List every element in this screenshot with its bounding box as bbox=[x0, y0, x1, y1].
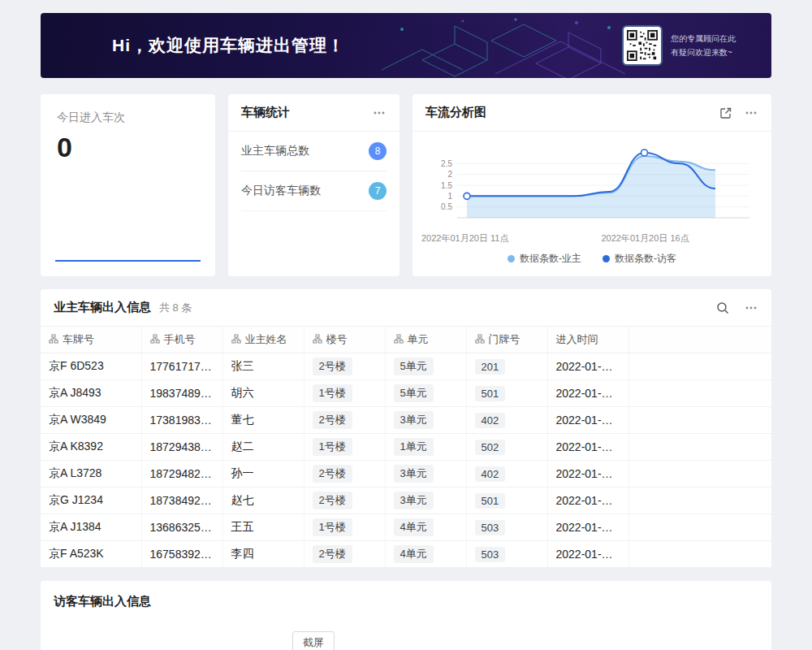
table-cell: 孙一 bbox=[222, 461, 304, 488]
table-cell: 4单元 bbox=[385, 541, 466, 568]
stat-row-owner-total: 业主车辆总数 8 bbox=[241, 132, 387, 171]
traffic-chart-title: 车流分析图 bbox=[425, 105, 486, 120]
table-row[interactable]: 京A K839218729438…赵二1号楼1单元5022022-01-… bbox=[41, 434, 771, 461]
visitor-table-title: 访客车辆出入信息 bbox=[54, 594, 758, 609]
table-cell: 5单元 bbox=[385, 353, 466, 380]
owner-table-header-row: 车牌号手机号业主姓名楼号单元门牌号进入时间 bbox=[41, 327, 771, 353]
traffic-chart-header: 车流分析图 bbox=[412, 94, 771, 132]
owner-table-body: 京F 6D52317761717…张三2号楼5单元2012022-01-…京A … bbox=[41, 353, 771, 568]
cell-tag: 2号楼 bbox=[313, 465, 352, 483]
screenshot-button[interactable]: 截屏 bbox=[292, 631, 335, 650]
stat-label-visitor-today: 今日访客车辆数 bbox=[241, 184, 321, 198]
table-cell: 赵七 bbox=[222, 488, 304, 514]
cell-tag: 5单元 bbox=[394, 384, 434, 402]
table-cell: 1号楼 bbox=[304, 380, 385, 407]
legend-item[interactable]: 数据条数-访客 bbox=[603, 252, 676, 266]
x-axis-label: 2022年01月20日 16点 bbox=[601, 232, 689, 245]
filler-cell bbox=[628, 380, 771, 407]
table-row[interactable]: 京A W384917381983…董七2号楼3单元4022022-01-… bbox=[41, 407, 771, 434]
table-cell: 赵二 bbox=[222, 434, 304, 461]
filler-column bbox=[628, 327, 771, 353]
banner-title: Hi，欢迎使用车辆进出管理！ bbox=[112, 34, 345, 57]
table-cell: 503 bbox=[466, 541, 547, 568]
qr-caption-line1: 您的专属顾问在此 bbox=[671, 32, 736, 46]
owner-table-title: 业主车辆出入信息 bbox=[54, 300, 151, 315]
table-cell: 京A J8493 bbox=[41, 380, 141, 407]
data-point-marker bbox=[641, 150, 648, 156]
today-entries-title: 今日进入车次 bbox=[57, 110, 199, 125]
table-cell: 402 bbox=[466, 461, 547, 488]
table-cell: 19837489… bbox=[141, 380, 222, 407]
traffic-chart-card: 车流分析图 0.511.522.5 2022年01月20日 11点2022年01… bbox=[412, 94, 771, 276]
qr-caption: 您的专属顾问在此 有疑问欢迎来数~ bbox=[671, 32, 736, 59]
svg-text:2: 2 bbox=[447, 170, 452, 179]
vehicle-stats-header: 车辆统计 bbox=[228, 94, 400, 132]
table-cell: 京A K8392 bbox=[41, 434, 141, 461]
data-point-marker bbox=[464, 193, 470, 199]
table-cell: 2022-01-… bbox=[547, 353, 628, 380]
table-cell: 402 bbox=[466, 407, 547, 434]
table-cell: 503 bbox=[466, 514, 547, 541]
table-cell: 3单元 bbox=[385, 461, 466, 488]
visitor-vehicles-card: 访客车辆出入信息 截屏 bbox=[41, 581, 771, 650]
table-row[interactable]: 京A J138413686325…王五1号楼4单元5032022-01-… bbox=[41, 514, 771, 541]
table-cell: 5单元 bbox=[385, 380, 466, 407]
stat-label-owner-total: 业主车辆总数 bbox=[241, 144, 309, 158]
column-header[interactable]: 业主姓名 bbox=[222, 327, 304, 353]
filler-cell bbox=[628, 514, 771, 541]
table-row[interactable]: 京G J123418738492…赵七2号楼3单元5012022-01-… bbox=[41, 488, 771, 514]
cell-tag: 503 bbox=[475, 547, 506, 562]
column-header-label: 楼号 bbox=[326, 333, 348, 345]
column-header[interactable]: 手机号 bbox=[141, 327, 222, 353]
cell-tag: 3单元 bbox=[394, 492, 434, 509]
table-row[interactable]: 京A L372818729482…孙一2号楼3单元4022022-01-… bbox=[41, 461, 771, 488]
search-icon[interactable] bbox=[716, 301, 729, 314]
column-header[interactable]: 门牌号 bbox=[466, 327, 547, 353]
field-type-icon bbox=[394, 334, 404, 344]
cell-tag: 2号楼 bbox=[313, 411, 352, 429]
column-header-label: 进入时间 bbox=[556, 333, 598, 345]
legend-dot bbox=[508, 255, 515, 262]
table-cell: 张三 bbox=[222, 353, 304, 380]
table-cell: 2号楼 bbox=[304, 353, 385, 380]
export-icon[interactable] bbox=[719, 106, 732, 119]
column-header[interactable]: 车牌号 bbox=[41, 327, 141, 353]
table-cell: 胡六 bbox=[222, 380, 304, 407]
table-row[interactable]: 京F 6D52317761717…张三2号楼5单元2012022-01-… bbox=[41, 353, 771, 380]
table-cell: 2022-01-… bbox=[547, 488, 628, 514]
vehicle-stats-title: 车辆统计 bbox=[241, 105, 290, 120]
cell-tag: 3单元 bbox=[394, 411, 434, 429]
cell-tag: 501 bbox=[475, 493, 506, 509]
table-row[interactable]: 京F A523K16758392…李四2号楼4单元5032022-01-… bbox=[41, 541, 771, 568]
cell-tag: 3单元 bbox=[394, 465, 434, 483]
table-cell: 王五 bbox=[222, 514, 304, 541]
more-icon[interactable] bbox=[372, 106, 387, 120]
table-cell: 京F 6D523 bbox=[41, 353, 141, 380]
chart-legend: 数据条数-业主数据条数-访客 bbox=[412, 245, 771, 266]
owner-table-title-row: 业主车辆出入信息 共 8 条 bbox=[41, 289, 771, 326]
qr-caption-line2: 有疑问欢迎来数~ bbox=[671, 46, 736, 59]
column-header[interactable]: 单元 bbox=[385, 327, 466, 353]
stat-badge-visitor-today: 7 bbox=[369, 182, 387, 200]
today-entries-value: 0 bbox=[57, 132, 199, 163]
x-axis-label: 2022年01月20日 11点 bbox=[421, 232, 508, 245]
today-accent-bar bbox=[55, 260, 201, 262]
owner-vehicles-card: 业主车辆出入信息 共 8 条 车牌号手机号业主姓名楼号单元门牌号进入时间 京F … bbox=[41, 289, 771, 568]
today-entries-card: 今日进入车次 0 bbox=[41, 94, 215, 276]
cell-tag: 2号楼 bbox=[313, 492, 352, 509]
banner-qr-group: 您的专属顾问在此 有疑问欢迎来数~ bbox=[624, 27, 736, 64]
table-row[interactable]: 京A J849319837489…胡六1号楼5单元5012022-01-… bbox=[41, 380, 771, 407]
field-type-icon bbox=[313, 334, 322, 344]
traffic-chart-area: 0.511.522.5 bbox=[412, 132, 771, 231]
legend-item[interactable]: 数据条数-业主 bbox=[508, 252, 581, 266]
filler-cell bbox=[628, 407, 771, 434]
cell-tag: 4单元 bbox=[394, 545, 434, 563]
more-icon[interactable] bbox=[744, 301, 758, 315]
column-header[interactable]: 楼号 bbox=[304, 327, 385, 353]
table-cell: 201 bbox=[466, 353, 547, 380]
table-cell: 3单元 bbox=[385, 407, 466, 434]
column-header[interactable]: 进入时间 bbox=[547, 327, 628, 353]
stats-cards-row: 今日进入车次 0 车辆统计 业主车辆总数 8 今日访客车辆数 7 车流分析图 bbox=[41, 94, 771, 276]
more-icon[interactable] bbox=[744, 106, 758, 120]
table-cell: 502 bbox=[466, 434, 547, 461]
